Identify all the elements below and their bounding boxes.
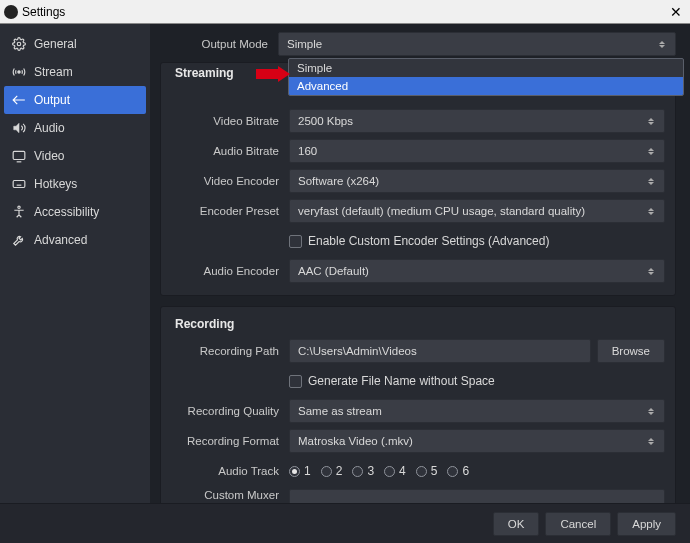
recording-section: Recording Recording Path C:\Users\Admin\… — [160, 306, 676, 503]
audio-track-radios: 1 2 3 4 5 6 — [289, 464, 665, 478]
svg-point-11 — [18, 206, 20, 208]
output-icon — [12, 93, 26, 107]
chevron-updown-icon — [648, 140, 658, 162]
audio-track-radio-5[interactable]: 5 — [416, 464, 438, 478]
spinner-icon — [648, 110, 658, 132]
audio-track-label: Audio Track — [171, 465, 289, 477]
chevron-updown-icon — [659, 33, 669, 55]
tools-icon — [12, 233, 26, 247]
streaming-title: Streaming — [171, 66, 244, 80]
accessibility-icon — [12, 205, 26, 219]
enable-custom-encoder-label: Enable Custom Encoder Settings (Advanced… — [308, 234, 549, 248]
close-icon[interactable]: ✕ — [666, 5, 686, 19]
recording-format-select[interactable]: Matroska Video (.mkv) — [289, 429, 665, 453]
content: Output Mode Simple Simple Advanced Strea… — [150, 24, 690, 503]
apply-button[interactable]: Apply — [617, 512, 676, 536]
sidebar-item-label: Hotkeys — [34, 177, 77, 191]
audio-encoder-label: Audio Encoder — [171, 265, 289, 277]
audio-bitrate-label: Audio Bitrate — [171, 145, 289, 157]
output-mode-select[interactable]: Simple — [278, 32, 676, 56]
svg-point-0 — [17, 42, 21, 46]
window-title: Settings — [22, 5, 65, 19]
sidebar-item-label: Accessibility — [34, 205, 99, 219]
audio-encoder-select[interactable]: AAC (Default) — [289, 259, 665, 283]
sidebar-item-audio[interactable]: Audio — [0, 114, 150, 142]
muxer-label: Custom Muxer Settings — [171, 489, 289, 503]
app-icon — [4, 5, 18, 19]
chevron-updown-icon — [648, 170, 658, 192]
enable-custom-encoder-checkbox[interactable] — [289, 235, 302, 248]
recording-format-label: Recording Format — [171, 435, 289, 447]
gear-icon — [12, 37, 26, 51]
keyboard-icon — [12, 177, 26, 191]
sidebar: General Stream Output Audio Video Hotkey… — [0, 24, 150, 503]
encoder-preset-label: Encoder Preset — [171, 205, 289, 217]
sidebar-item-label: General — [34, 37, 77, 51]
audio-track-radio-4[interactable]: 4 — [384, 464, 406, 478]
sidebar-item-label: Audio — [34, 121, 65, 135]
sidebar-item-accessibility[interactable]: Accessibility — [0, 198, 150, 226]
titlebar: Settings ✕ — [0, 0, 690, 24]
audio-track-radio-1[interactable]: 1 — [289, 464, 311, 478]
svg-marker-2 — [14, 123, 19, 132]
audio-track-radio-3[interactable]: 3 — [352, 464, 374, 478]
sidebar-item-output[interactable]: Output — [4, 86, 146, 114]
chevron-updown-icon — [648, 430, 658, 452]
antenna-icon — [12, 65, 26, 79]
output-mode-dropdown[interactable]: Simple Advanced — [288, 58, 684, 96]
streaming-section: Streaming Video Bitrate 2500 Kbps Audio … — [160, 62, 676, 296]
gen-filename-label: Generate File Name without Space — [308, 374, 495, 388]
footer: OK Cancel Apply — [0, 503, 690, 543]
sidebar-item-hotkeys[interactable]: Hotkeys — [0, 170, 150, 198]
recording-quality-select[interactable]: Same as stream — [289, 399, 665, 423]
svg-point-1 — [18, 71, 20, 73]
encoder-preset-select[interactable]: veryfast (default) (medium CPU usage, st… — [289, 199, 665, 223]
gen-filename-checkbox[interactable] — [289, 375, 302, 388]
audio-bitrate-select[interactable]: 160 — [289, 139, 665, 163]
video-bitrate-label: Video Bitrate — [171, 115, 289, 127]
sidebar-item-advanced[interactable]: Advanced — [0, 226, 150, 254]
chevron-updown-icon — [648, 400, 658, 422]
chevron-updown-icon — [648, 260, 658, 282]
recording-path-input[interactable]: C:\Users\Admin\Videos — [289, 339, 591, 363]
dropdown-option-simple[interactable]: Simple — [289, 59, 683, 77]
sidebar-item-stream[interactable]: Stream — [0, 58, 150, 86]
video-bitrate-input[interactable]: 2500 Kbps — [289, 109, 665, 133]
chevron-updown-icon — [648, 200, 658, 222]
ok-button[interactable]: OK — [493, 512, 540, 536]
dropdown-option-advanced[interactable]: Advanced — [289, 77, 683, 95]
muxer-input[interactable] — [289, 489, 665, 503]
video-encoder-label: Video Encoder — [171, 175, 289, 187]
browse-button[interactable]: Browse — [597, 339, 665, 363]
sidebar-item-label: Stream — [34, 65, 73, 79]
recording-path-label: Recording Path — [171, 345, 289, 357]
monitor-icon — [12, 149, 26, 163]
svg-rect-3 — [13, 151, 25, 159]
recording-quality-label: Recording Quality — [171, 405, 289, 417]
recording-title: Recording — [171, 317, 665, 331]
speaker-icon — [12, 121, 26, 135]
cancel-button[interactable]: Cancel — [545, 512, 611, 536]
video-encoder-select[interactable]: Software (x264) — [289, 169, 665, 193]
sidebar-item-general[interactable]: General — [0, 30, 150, 58]
audio-track-radio-2[interactable]: 2 — [321, 464, 343, 478]
sidebar-item-label: Output — [34, 93, 70, 107]
sidebar-item-label: Video — [34, 149, 64, 163]
svg-rect-5 — [13, 181, 25, 188]
sidebar-item-label: Advanced — [34, 233, 87, 247]
sidebar-item-video[interactable]: Video — [0, 142, 150, 170]
audio-track-radio-6[interactable]: 6 — [447, 464, 469, 478]
output-mode-label: Output Mode — [160, 38, 278, 50]
